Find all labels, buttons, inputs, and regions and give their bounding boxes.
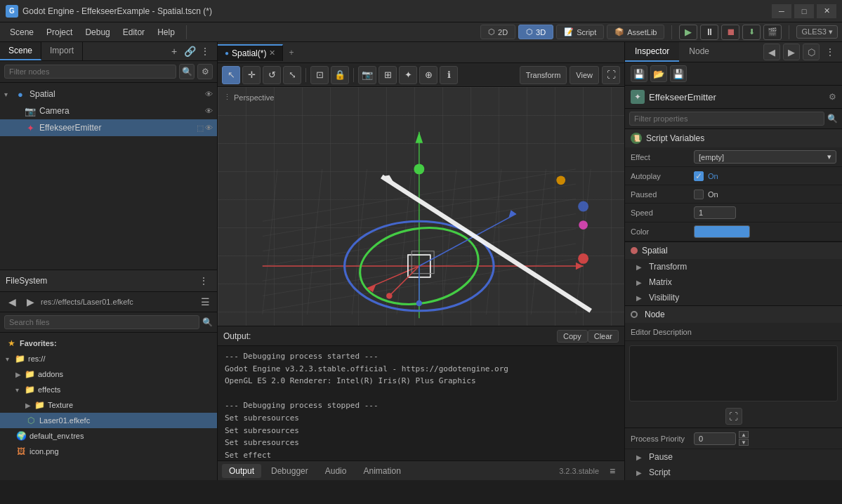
tool-use-local[interactable]: ⊡ (310, 66, 329, 84)
menu-project[interactable]: Project (41, 25, 78, 39)
add-node-button[interactable]: + (166, 44, 182, 59)
color-picker[interactable] (694, 225, 750, 238)
tab-scene[interactable]: Scene (0, 42, 41, 60)
spatial-transform[interactable]: ▶ Transform (625, 259, 842, 274)
tree-item-spatial[interactable]: ▾ ● Spatial 👁 (0, 86, 217, 102)
tab-output[interactable]: Output (222, 464, 261, 478)
fs-item-favorites[interactable]: ★ Favorites: (0, 336, 217, 351)
fs-item-laser01[interactable]: ⬡ Laser01.efkefc (0, 413, 217, 428)
tab-animation[interactable]: Animation (356, 464, 407, 478)
menu-help[interactable]: Help (152, 25, 180, 39)
menu-debug[interactable]: Debug (79, 25, 115, 39)
maximize-button[interactable]: □ (794, 4, 814, 18)
paused-checkbox[interactable] (694, 190, 704, 199)
copy-button[interactable]: Copy (557, 330, 588, 343)
fs-back-button[interactable]: ◀ (4, 294, 20, 310)
viewport-tab-spatial[interactable]: ● Spatial(*) ✕ (218, 44, 283, 61)
spatial-visibility[interactable]: ▶ Visibility (625, 290, 842, 305)
filter-options-button[interactable]: ⚙ (197, 64, 213, 79)
fs-item-texture[interactable]: ▶ 📁 Texture (0, 397, 217, 413)
link-node-button[interactable]: 🔗 (182, 44, 197, 59)
filter-nodes-input[interactable] (4, 65, 176, 79)
maximize-viewport-button[interactable]: ⛶ (602, 66, 620, 84)
spatial-matrix[interactable]: ▶ Matrix (625, 274, 842, 290)
tool-select[interactable]: ↖ (222, 66, 240, 84)
editor-description-textarea[interactable] (629, 345, 838, 402)
tree-item-camera[interactable]: 📷 Camera 👁 (0, 102, 217, 119)
fs-item-effects[interactable]: ▾ 📁 effects (0, 382, 217, 397)
tool-camera-options[interactable]: 📷 (358, 66, 376, 84)
fs-item-res[interactable]: ▾ 📁 res:// (0, 351, 217, 366)
tool-sep-2 (353, 68, 354, 82)
description-expand-button[interactable]: ⛶ (725, 408, 742, 425)
fs-search-input[interactable] (4, 315, 199, 329)
close-button[interactable]: ✕ (817, 4, 836, 18)
tab-audio[interactable]: Audio (318, 464, 354, 478)
script-variables-header[interactable]: 📜 Script Variables (625, 129, 842, 147)
spatial-header[interactable]: Spatial (625, 242, 842, 259)
tab-debugger[interactable]: Debugger (264, 464, 315, 478)
insp-external-edit[interactable]: ⬡ (803, 44, 820, 60)
add-tab-button[interactable]: + (283, 45, 299, 60)
tree-item-effekseer[interactable]: ✦ EffekseerEmitter ⬚ 👁 (0, 119, 217, 136)
tool-snap[interactable]: 🔒 (331, 66, 349, 84)
tab-node[interactable]: Node (679, 42, 719, 62)
close-tab-spatial[interactable]: ✕ (269, 48, 275, 58)
priority-down-button[interactable]: ▼ (739, 439, 749, 446)
tree-eye-camera[interactable]: 👁 (205, 107, 213, 115)
filter-search-button[interactable]: 🔍 (179, 64, 195, 79)
mode-script-button[interactable]: 📝 Script (556, 25, 604, 39)
gles-badge[interactable]: GLES3 ▾ (796, 25, 838, 39)
output-settings-button[interactable]: ≡ (605, 463, 620, 479)
movie-button[interactable]: 🎬 (763, 25, 782, 40)
fs-menu-button[interactable]: ⋮ (196, 273, 211, 289)
tree-eye-spatial[interactable]: 👁 (205, 90, 213, 98)
tool-grid[interactable]: ⊞ (379, 66, 397, 84)
tool-scale[interactable]: ⤡ (283, 66, 301, 84)
tab-inspector[interactable]: Inspector (625, 42, 679, 62)
speed-number[interactable]: 1 (694, 206, 736, 219)
node-header[interactable]: Node (625, 306, 842, 323)
insp-history-prev[interactable]: ◀ (763, 44, 780, 60)
transform-button[interactable]: Transform (520, 66, 567, 84)
insp-menu[interactable]: ⋮ (822, 44, 838, 60)
scene-menu-button[interactable]: ⋮ (197, 44, 213, 59)
insp-save-scene[interactable]: 💾 (631, 65, 647, 82)
mode-assetlib-button[interactable]: 📦 AssetLib (607, 25, 664, 39)
script-item[interactable]: ▶ Script (625, 465, 842, 480)
tool-gizmo[interactable]: ⊕ (419, 66, 438, 84)
menu-scene[interactable]: Scene (4, 25, 39, 39)
tab-import[interactable]: Import (41, 42, 83, 60)
minimize-button[interactable]: ─ (772, 4, 791, 18)
tool-move[interactable]: ✛ (242, 66, 261, 84)
clear-button[interactable]: Clear (588, 330, 619, 343)
insp-node-settings[interactable]: ⚙ (829, 92, 836, 102)
fs-icon-texture: 📁 (34, 399, 45, 411)
insp-save[interactable]: 💾 (670, 65, 687, 82)
fs-view-toggle[interactable]: ☰ (197, 294, 213, 310)
view-button[interactable]: View (570, 66, 599, 84)
fs-forward-button[interactable]: ▶ (22, 294, 38, 310)
tool-rotate[interactable]: ↺ (263, 66, 281, 84)
priority-up-button[interactable]: ▲ (739, 431, 749, 438)
process-priority-number[interactable]: 0 (694, 432, 736, 445)
mode-2d-button[interactable]: ⬡ 2D (480, 25, 515, 39)
tool-info[interactable]: ℹ (440, 66, 458, 84)
fs-item-addons[interactable]: ▶ 📁 addons (0, 366, 217, 382)
pause-button[interactable]: ⏸ (700, 25, 718, 40)
insp-open-scene[interactable]: 📂 (650, 65, 667, 82)
inspector-filter-input[interactable] (629, 112, 824, 126)
script-pause[interactable]: ▶ Pause (625, 449, 842, 465)
insp-history-next[interactable]: ▶ (783, 44, 800, 60)
stop-button[interactable]: ⏹ (721, 25, 739, 40)
step-button[interactable]: ⬇ (742, 25, 761, 40)
effect-dropdown[interactable]: [empty] ▾ (694, 150, 836, 164)
fs-item-default-env[interactable]: 🌍 default_env.tres (0, 428, 217, 444)
menu-editor[interactable]: Editor (117, 25, 150, 39)
tool-env[interactable]: ✦ (399, 66, 417, 84)
tree-eye-effekseer[interactable]: 👁 (205, 124, 213, 133)
play-button[interactable]: ▶ (679, 25, 697, 40)
fs-item-icon[interactable]: 🖼 icon.png (0, 444, 217, 459)
mode-3d-button[interactable]: ⬡ 3D (518, 25, 553, 39)
autoplay-checkbox[interactable]: ✓ (694, 171, 704, 181)
